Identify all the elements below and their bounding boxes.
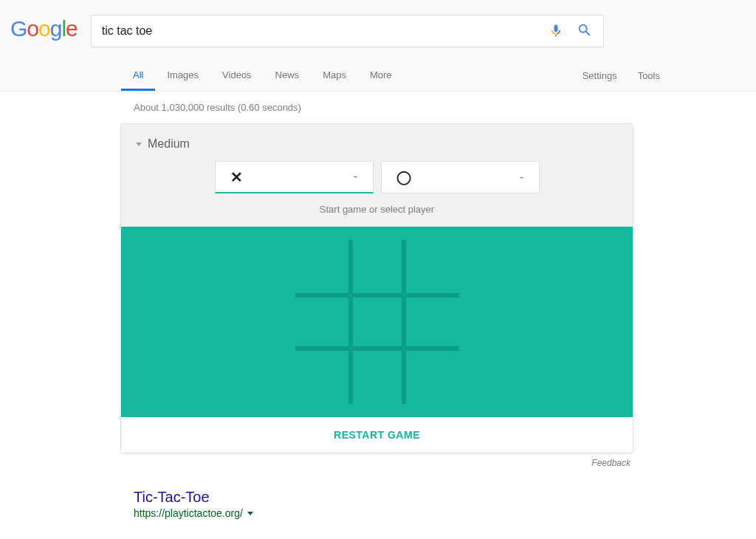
board — [295, 240, 459, 404]
cell-2-2[interactable] — [406, 351, 459, 404]
top-row: Google — [0, 0, 756, 47]
nav-more[interactable]: More — [358, 61, 404, 91]
nav-right: Settings Tools — [583, 61, 660, 90]
chevron-down-icon — [136, 143, 142, 146]
google-logo[interactable]: Google — [10, 16, 78, 46]
game-card: Medium ✕ - ◯ - Start game or select play… — [120, 123, 633, 453]
cell-0-1[interactable] — [353, 240, 406, 293]
cell-0-0[interactable] — [295, 240, 348, 293]
player-x-score: - — [354, 169, 358, 185]
nav-row: All Images Videos News Maps More Setting… — [0, 61, 756, 91]
result-url[interactable]: https://playtictactoe.org/ — [134, 507, 756, 519]
feedback-link[interactable]: Feedback — [120, 453, 633, 468]
board-area — [121, 227, 633, 417]
nav-settings[interactable]: Settings — [583, 61, 617, 90]
search-input[interactable] — [102, 24, 549, 38]
nav-videos[interactable]: Videos — [210, 61, 264, 91]
nav-maps[interactable]: Maps — [311, 61, 358, 91]
player-o-box[interactable]: ◯ - — [381, 161, 540, 193]
chevron-down-icon[interactable] — [247, 512, 253, 515]
mic-icon[interactable] — [549, 23, 563, 40]
cell-1-1[interactable] — [353, 298, 406, 351]
nav-news[interactable]: News — [264, 61, 312, 91]
player-x-box[interactable]: ✕ - — [215, 161, 374, 193]
cell-2-1[interactable] — [353, 351, 406, 404]
difficulty-selector[interactable]: Medium — [136, 137, 618, 151]
difficulty-label: Medium — [148, 137, 190, 151]
cell-1-2[interactable] — [406, 298, 459, 351]
game-hint: Start game or select player — [136, 204, 618, 215]
cell-1-0[interactable] — [295, 298, 348, 351]
results-info: About 1,030,000 results (0.60 seconds) — [0, 92, 756, 123]
nav-left: All Images Videos News Maps More — [121, 61, 404, 91]
player-o-score: - — [520, 170, 524, 185]
organic-result: Tic-Tac-Toe https://playtictactoe.org/ — [134, 489, 756, 519]
player-selects: ✕ - ◯ - — [136, 161, 618, 193]
game-header: Medium ✕ - ◯ - Start game or select play… — [121, 124, 633, 227]
cell-2-0[interactable] — [295, 351, 348, 404]
nav-all[interactable]: All — [121, 61, 155, 91]
search-icon[interactable] — [577, 22, 593, 41]
restart-button[interactable]: RESTART GAME — [121, 417, 633, 453]
cell-0-2[interactable] — [406, 240, 459, 293]
nav-tools[interactable]: Tools — [638, 61, 660, 90]
result-url-text: https://playtictactoe.org/ — [134, 507, 243, 519]
x-icon: ✕ — [230, 168, 243, 186]
o-icon: ◯ — [396, 169, 411, 185]
search-bar[interactable] — [91, 15, 604, 47]
result-title[interactable]: Tic-Tac-Toe — [134, 489, 756, 506]
header: Google All Images Videos News Maps More … — [0, 0, 756, 92]
nav-images[interactable]: Images — [155, 61, 210, 91]
